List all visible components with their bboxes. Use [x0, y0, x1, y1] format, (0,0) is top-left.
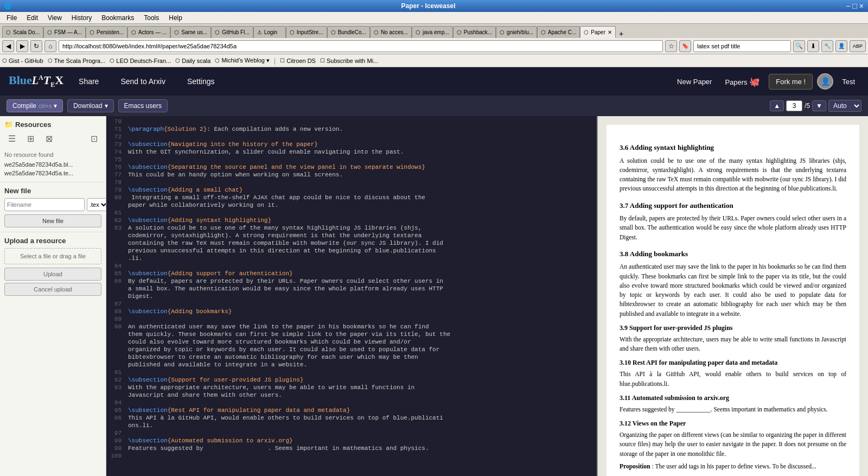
- tab-github-fl---[interactable]: ⬡GitHub Fl...: [211, 26, 253, 38]
- menu-view[interactable]: View: [43, 13, 66, 23]
- nav-extra-btn2[interactable]: 👤: [835, 40, 847, 52]
- tab-actors------[interactable]: ⬡Actors — ...: [127, 26, 170, 38]
- tab-pushback---[interactable]: ⬡Pushback...: [453, 26, 496, 38]
- tab-login[interactable]: ⚠Login: [253, 26, 286, 38]
- editor-content[interactable]: 70 71\paragraph{Solution 2}: Each compil…: [106, 116, 597, 476]
- line-number: 74: [106, 149, 126, 155]
- papers-button[interactable]: Papers 🐙: [720, 74, 764, 89]
- upload-button[interactable]: Upload: [4, 268, 101, 281]
- bookmark-daily-scala[interactable]: ⬡ Daily scala: [175, 58, 210, 64]
- avatar[interactable]: 👤: [817, 73, 833, 90]
- editor-line: Digest.: [106, 293, 597, 301]
- app-bar: BlueLATEX Share Send to Arxiv Settings N…: [0, 67, 868, 96]
- resource-item-2[interactable]: we25a5dae78234d5a.te...: [4, 169, 101, 177]
- tab-bar: ⬡Scala Do...⬡FSM — A...⬡Persisten...⬡Act…: [0, 24, 868, 38]
- test-button[interactable]: Test: [838, 75, 859, 88]
- search-button[interactable]: 🔍: [793, 40, 805, 52]
- menu-tools[interactable]: Tools: [139, 13, 163, 23]
- tab-label-5: GitHub Fl...: [222, 29, 250, 35]
- tab-no-acces---[interactable]: ⬡No acces...: [370, 26, 412, 38]
- tab-same-us---[interactable]: ⬡Same us...: [170, 26, 211, 38]
- menu-bookmarks[interactable]: Bookmarks: [97, 13, 138, 23]
- preview-content: 3.6 Adding syntaxt highlightingA solutio…: [607, 125, 859, 476]
- tab-apache-c---[interactable]: ⬡Apache C...: [537, 26, 580, 38]
- minimize-button[interactable]: −: [846, 2, 850, 10]
- bookmark-subscribe[interactable]: ☐ Subscribe with Mi...: [320, 58, 378, 64]
- line-content: them quickly. These bookmarks can first …: [126, 331, 597, 338]
- maximize-button[interactable]: □: [852, 2, 857, 10]
- editor-line: paper while collaboratively working on i…: [106, 202, 597, 210]
- back-button[interactable]: ◀: [2, 40, 14, 52]
- page-down-button[interactable]: ▼: [812, 100, 826, 111]
- upload-drop-zone[interactable]: Select a file or drag a file: [4, 248, 101, 264]
- bookmark-michid[interactable]: ⬡ Michid's Weblog ▾: [215, 57, 270, 64]
- zoom-select[interactable]: Auto 50% 75% 100% 125% 150%: [828, 100, 861, 112]
- grid-view-btn[interactable]: ⊞: [23, 131, 38, 146]
- download-button[interactable]: Download ▾: [67, 99, 113, 112]
- tab-java-emp---[interactable]: ⬡java emp...: [412, 26, 453, 38]
- tab-gnieh-blu---[interactable]: ⬡gnieh/blu...: [496, 26, 537, 38]
- tab-close-14[interactable]: ✕: [608, 29, 612, 35]
- tab-fsm---a---[interactable]: ⬡FSM — A...: [43, 26, 86, 38]
- editor-line: 75: [106, 156, 597, 164]
- close-button[interactable]: ×: [859, 2, 864, 10]
- tab-inputstre---[interactable]: ⬡InputStre...: [286, 26, 327, 38]
- emacs-users-button[interactable]: Emacs users: [118, 99, 168, 112]
- nav-extra-btn1[interactable]: 🔧: [821, 40, 833, 52]
- menu-file[interactable]: File: [2, 13, 21, 23]
- home-button[interactable]: ⌂: [44, 40, 56, 52]
- menu-help[interactable]: Help: [164, 13, 187, 23]
- page-number-input[interactable]: [786, 100, 802, 111]
- bookmark-scala[interactable]: ⬡ The Scala Progra...: [48, 58, 106, 64]
- menu-edit[interactable]: Edit: [22, 13, 42, 23]
- tab-bundleco---[interactable]: ⬡BundleCo...: [327, 26, 370, 38]
- folder-icon: 📁: [4, 120, 13, 129]
- tab-favicon-4: ⬡: [174, 29, 179, 35]
- tab-label-1: FSM — A...: [54, 29, 82, 35]
- url-bar[interactable]: [59, 40, 663, 52]
- line-content: previous unsuccessful attempts in this d…: [126, 247, 597, 254]
- preview-paragraph: Organizing the paper on different views …: [620, 430, 846, 459]
- cancel-upload-button[interactable]: Cancel upload: [4, 283, 101, 296]
- editor-line: 91: [106, 369, 597, 377]
- michid-icon: ⬡: [215, 58, 220, 64]
- new-file-button[interactable]: New file: [4, 214, 101, 227]
- details-btn[interactable]: ⊡: [86, 131, 101, 146]
- editor-line: a small box. The authentication would be…: [106, 285, 597, 293]
- tab-paper[interactable]: ⬡Paper✕: [580, 26, 616, 38]
- download-nav-button[interactable]: ⬇: [807, 40, 819, 52]
- filename-input[interactable]: [4, 198, 85, 211]
- settings-button[interactable]: Settings: [181, 74, 221, 89]
- fork-me-button[interactable]: Fork me !: [769, 74, 813, 90]
- line-content: An authenticated user may save the link …: [126, 323, 597, 330]
- bookmark-citroen[interactable]: ☐ Citroen DS: [280, 58, 316, 64]
- tab-scala-do---[interactable]: ⬡Scala Do...: [2, 26, 43, 38]
- extension-select[interactable]: .tex .bib .sty: [87, 198, 106, 211]
- bookmark-star[interactable]: ☆: [665, 40, 677, 52]
- menu-history[interactable]: History: [67, 13, 96, 23]
- tab-persisten---[interactable]: ⬡Persisten...: [86, 26, 127, 38]
- bookmark-gist[interactable]: ⬡ Gist - GitHub: [2, 58, 43, 64]
- tab-favicon-3: ⬡: [131, 29, 136, 35]
- page-up-button[interactable]: ▲: [770, 100, 784, 111]
- nav-extra-btn3[interactable]: ABP: [850, 40, 866, 52]
- resource-item-1[interactable]: we25a5dae78234d5a.bl...: [4, 160, 101, 169]
- tab-favicon-5: ⬡: [215, 29, 220, 35]
- editor-line: 84: [106, 263, 597, 270]
- nav-addon-btn[interactable]: 🔖: [679, 40, 691, 52]
- new-paper-button[interactable]: New Paper: [673, 75, 716, 88]
- add-tab-button[interactable]: +: [616, 29, 627, 38]
- send-to-arxiv-button[interactable]: Send to Arxiv: [114, 74, 172, 89]
- share-button[interactable]: Share: [72, 74, 105, 89]
- menu-bar: File Edit View History Bookmarks Tools H…: [0, 12, 868, 24]
- line-content: \paragraph{Solution 2}: Each compilation…: [126, 126, 597, 132]
- reload-button[interactable]: ↻: [30, 40, 42, 52]
- forward-button[interactable]: ▶: [16, 40, 28, 52]
- compile-button[interactable]: Compile ctrl+s ▾: [7, 99, 63, 112]
- preview-section-heading: 3.9 Support for user-provided JS plugins: [620, 323, 846, 333]
- large-grid-btn[interactable]: ⊠: [41, 131, 56, 146]
- bookmark-leo[interactable]: ⬡ LEO Deutsch-Fran...: [110, 58, 171, 64]
- search-bar[interactable]: [693, 40, 791, 52]
- line-content: .li.: [126, 255, 597, 262]
- list-view-btn[interactable]: ☰: [4, 131, 20, 146]
